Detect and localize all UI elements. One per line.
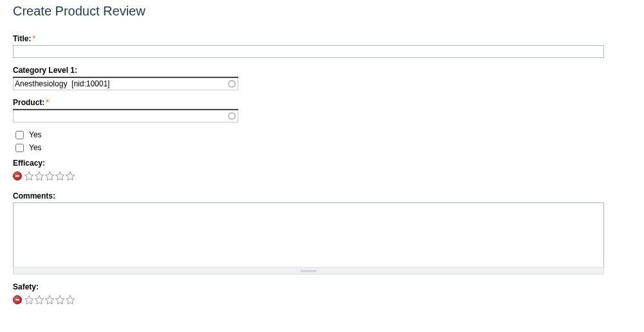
category1-label: Category Level 1:: [13, 66, 77, 75]
autocomplete-throbber-icon: [228, 80, 236, 88]
safety-label: Safety:: [13, 282, 39, 291]
autocomplete-throbber-icon: [228, 112, 236, 120]
efficacy-star-3[interactable]: [44, 171, 55, 181]
title-field-row: Title:*: [13, 34, 631, 58]
title-input[interactable]: [13, 45, 604, 58]
checkbox2-row: Yes: [15, 143, 631, 152]
comments-textarea[interactable]: [13, 202, 604, 267]
product-autocomplete: [13, 109, 238, 122]
grip-icon: [301, 270, 316, 272]
checkbox1-label: Yes: [29, 130, 42, 139]
required-asterisk: *: [46, 98, 49, 107]
efficacy-star-2[interactable]: [34, 171, 44, 181]
product-field-row: Product:*: [13, 98, 631, 122]
efficacy-star-1[interactable]: [24, 171, 34, 181]
safety-star-4[interactable]: [55, 295, 65, 305]
safety-star-5[interactable]: [65, 295, 75, 305]
checkbox1-row: Yes: [15, 130, 631, 139]
efficacy-star-5[interactable]: [65, 171, 75, 181]
title-label: Title:: [13, 34, 31, 43]
efficacy-label: Efficacy:: [13, 159, 45, 168]
safety-star-3[interactable]: [44, 295, 55, 305]
comments-label: Comments:: [13, 191, 55, 200]
safety-field-row: Safety:: [13, 282, 631, 305]
checkbox1[interactable]: [15, 131, 24, 139]
comments-field-row: Comments:: [13, 191, 631, 275]
textarea-resize-handle[interactable]: [13, 267, 604, 275]
page-title: Create Product Review: [13, 4, 631, 19]
category1-input[interactable]: [13, 78, 238, 90]
product-input[interactable]: [13, 110, 238, 122]
checkbox2[interactable]: [15, 144, 24, 152]
efficacy-cancel-icon[interactable]: [13, 171, 22, 181]
efficacy-rating: [13, 171, 631, 181]
safety-cancel-icon[interactable]: [13, 295, 22, 304]
category1-autocomplete: [13, 77, 238, 90]
safety-rating: [13, 295, 631, 305]
efficacy-field-row: Efficacy:: [13, 159, 631, 181]
product-label: Product:: [13, 98, 44, 107]
required-asterisk: *: [32, 34, 35, 43]
safety-star-2[interactable]: [34, 295, 44, 305]
safety-star-1[interactable]: [24, 295, 34, 305]
checkbox2-label: Yes: [29, 143, 42, 152]
category1-field-row: Category Level 1:: [13, 66, 631, 90]
efficacy-star-4[interactable]: [55, 171, 65, 181]
